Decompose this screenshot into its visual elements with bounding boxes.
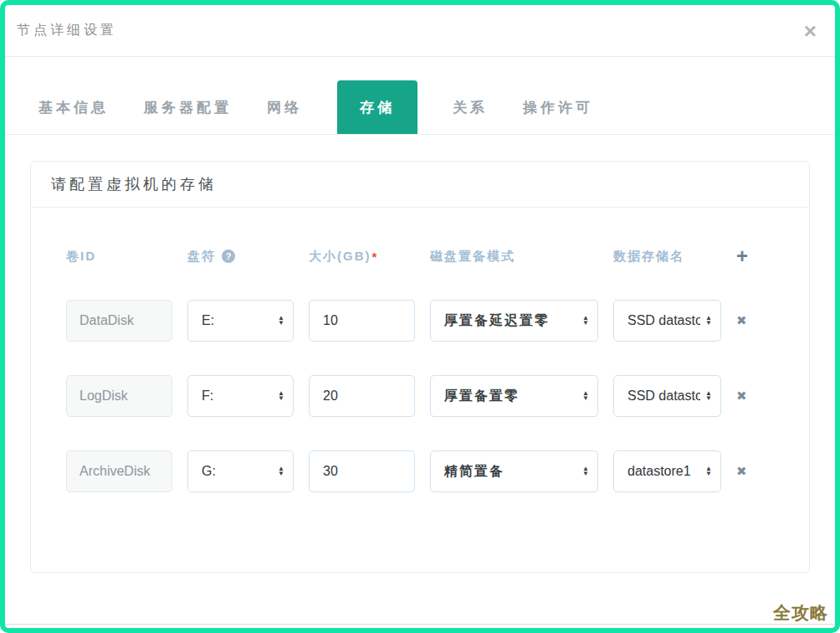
select-spinner-icon: ▲▼: [278, 316, 284, 326]
delete-row-icon[interactable]: ✖: [736, 464, 766, 479]
select-spinner-icon: ▲▼: [278, 466, 284, 476]
panel-title: 请配置虚拟机的存储: [31, 162, 809, 208]
add-disk-icon[interactable]: +: [736, 246, 766, 266]
tab-relations[interactable]: 关系: [453, 80, 488, 134]
provisioning-select[interactable]: 精简置备 ▲▼: [430, 450, 598, 492]
datastore-select[interactable]: SSD datastore ▲▼: [613, 375, 721, 417]
select-spinner-icon: ▲▼: [705, 316, 712, 326]
column-header-provisioning: 磁盘置备模式: [430, 249, 598, 265]
delete-row-icon[interactable]: ✖: [736, 313, 766, 328]
tab-basic-info[interactable]: 基本信息: [38, 80, 109, 134]
select-spinner-icon: ▲▼: [582, 316, 589, 326]
storage-config-panel: 请配置虚拟机的存储 卷ID 盘符 ? 大小(GB) * 磁盘置备模式: [30, 161, 810, 573]
select-spinner-icon: ▲▼: [705, 466, 712, 476]
tab-storage[interactable]: 存储: [337, 80, 417, 134]
help-icon[interactable]: ?: [222, 250, 235, 263]
drive-letter-select[interactable]: E: ▲▼: [187, 300, 294, 342]
column-header-drive-letter: 盘符 ?: [187, 249, 294, 265]
select-spinner-icon: ▲▼: [582, 391, 589, 401]
select-spinner-icon: ▲▼: [705, 391, 712, 401]
size-field[interactable]: [309, 450, 415, 492]
bottom-divider: [5, 624, 835, 625]
delete-row-icon[interactable]: ✖: [736, 389, 766, 404]
volume-id-field[interactable]: [66, 375, 172, 417]
storage-table: 卷ID 盘符 ? 大小(GB) * 磁盘置备模式 数据存储名 +: [31, 208, 809, 492]
provisioning-select[interactable]: 厚置备置零 ▲▼: [430, 375, 598, 417]
provisioning-select[interactable]: 厚置备延迟置零 ▲▼: [430, 300, 598, 342]
tab-bar: 基本信息 服务器配置 网络 存储 关系 操作许可: [5, 57, 835, 135]
column-header-size: 大小(GB) *: [309, 249, 415, 265]
tab-network[interactable]: 网络: [267, 80, 302, 134]
column-header-volume-id: 卷ID: [66, 249, 172, 265]
dialog-title: 节点详细设置: [17, 22, 117, 39]
close-icon[interactable]: ×: [804, 20, 817, 42]
datastore-select[interactable]: datastore1 ▲▼: [613, 450, 721, 492]
drive-letter-select[interactable]: F: ▲▼: [187, 375, 294, 417]
datastore-select[interactable]: SSD datastore ▲▼: [613, 300, 721, 342]
watermark-text: 全攻略: [773, 601, 828, 625]
volume-id-field[interactable]: [66, 300, 172, 342]
required-asterisk: *: [372, 250, 379, 264]
tab-server-config[interactable]: 服务器配置: [144, 80, 232, 134]
select-spinner-icon: ▲▼: [278, 391, 284, 401]
select-spinner-icon: ▲▼: [582, 466, 589, 476]
dialog-header: 节点详细设置 ×: [5, 5, 835, 57]
size-field[interactable]: [309, 375, 415, 417]
drive-letter-select[interactable]: G: ▲▼: [187, 450, 294, 492]
size-field[interactable]: [309, 300, 415, 342]
tab-operation-permits[interactable]: 操作许可: [523, 80, 593, 134]
column-header-datastore: 数据存储名: [613, 249, 721, 265]
volume-id-field[interactable]: [66, 450, 172, 492]
node-settings-dialog: 节点详细设置 × 基本信息 服务器配置 网络 存储 关系 操作许可 请配置虚拟机…: [0, 0, 840, 633]
